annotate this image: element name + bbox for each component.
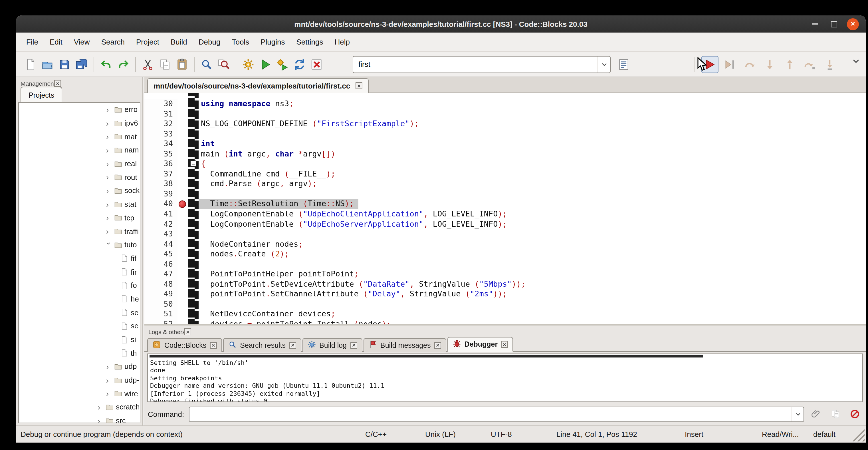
line-number[interactable]: 42 (144, 219, 178, 229)
line-number[interactable]: 30 (144, 99, 178, 109)
fold-margin[interactable] (188, 129, 198, 139)
tree-folder-mat[interactable]: ›mat (19, 130, 140, 143)
line-number[interactable]: 31 (144, 109, 178, 119)
breakpoint-margin[interactable] (178, 149, 188, 159)
line-number[interactable]: 33 (144, 129, 178, 139)
step-into-instruction-button[interactable] (821, 56, 838, 73)
next-line-button[interactable] (741, 56, 758, 73)
menu-item-project[interactable]: Project (130, 35, 165, 49)
menu-item-help[interactable]: Help (329, 35, 355, 49)
line-number[interactable]: 36 (144, 159, 178, 169)
breakpoint-margin[interactable] (178, 279, 188, 289)
build-button[interactable] (240, 56, 257, 73)
build-target-combo[interactable] (353, 56, 611, 73)
line-number[interactable]: 48 (144, 279, 178, 289)
tree-file-fif[interactable]: fif (19, 251, 140, 265)
new-file-button[interactable] (22, 56, 39, 73)
line-number[interactable]: 38 (144, 179, 178, 189)
fold-margin[interactable] (188, 279, 198, 289)
run-to-cursor-button[interactable] (721, 56, 739, 73)
build-and-run-button[interactable] (274, 56, 291, 73)
line-number[interactable]: 44 (144, 239, 178, 249)
close-icon[interactable] (184, 328, 191, 335)
line-number[interactable]: 35 (144, 149, 178, 159)
breakpoint-margin[interactable] (178, 269, 188, 279)
build-target-input[interactable] (353, 60, 597, 68)
breakpoint-margin[interactable] (178, 309, 188, 319)
breakpoint-margin[interactable] (178, 319, 188, 324)
copy-button[interactable] (156, 56, 174, 73)
breakpoint-margin[interactable] (178, 99, 188, 109)
chevron-down-icon[interactable] (597, 56, 610, 72)
resource-list-button[interactable] (615, 56, 632, 73)
fold-collapse-icon[interactable] (190, 161, 196, 167)
breakpoint-margin[interactable] (178, 109, 188, 119)
breakpoint-margin[interactable] (178, 289, 188, 299)
log-tab-debugger[interactable]: Debugger (447, 337, 513, 352)
line-number[interactable]: 46 (144, 259, 178, 269)
tree-folder-tcp[interactable]: ›tcp (19, 211, 140, 224)
stop-debugger-icon[interactable] (847, 407, 862, 421)
management-panel-caption[interactable]: Management (16, 77, 142, 87)
tree-folder-stat[interactable]: ›stat (19, 198, 140, 211)
fold-margin[interactable] (188, 189, 198, 199)
project-tree[interactable]: ›erro›ipv6›mat›nam›real›rout›sock›stat›t… (18, 102, 141, 423)
line-number[interactable]: 34 (144, 139, 178, 149)
tree-folder-udp-[interactable]: ›udp- (19, 373, 140, 387)
chevron-down-icon[interactable] (792, 407, 804, 421)
menu-item-debug[interactable]: Debug (193, 35, 226, 49)
maximize-button[interactable] (828, 18, 839, 30)
breakpoint-margin[interactable] (178, 239, 188, 249)
next-instruction-button[interactable] (801, 56, 818, 73)
abort-build-button[interactable] (308, 56, 325, 73)
menu-item-file[interactable]: File (21, 35, 44, 49)
chevron-right-icon[interactable]: › (106, 391, 112, 397)
menu-item-search[interactable]: Search (96, 35, 130, 49)
line-number[interactable]: 39 (144, 189, 178, 199)
tree-file-si[interactable]: si (19, 333, 140, 346)
line-number[interactable]: 43 (144, 229, 178, 239)
fold-margin[interactable] (188, 169, 198, 179)
fold-margin[interactable] (188, 259, 198, 269)
code-area[interactable]: 30using namespace ns3;3132NS_LOG_COMPONE… (144, 93, 866, 324)
debugger-log-output[interactable]: Setting SHELL to '/bin/sh'doneSetting br… (147, 354, 863, 402)
toolbar-overflow-chevron-icon[interactable] (851, 56, 861, 68)
chevron-right-icon[interactable]: › (106, 229, 112, 234)
tree-folder-rout[interactable]: ›rout (19, 171, 140, 184)
fold-margin[interactable] (188, 249, 198, 259)
fold-margin[interactable] (188, 269, 198, 279)
log-tab-build-messages[interactable]: Build messages (363, 338, 446, 352)
tree-folder-ipv6[interactable]: ›ipv6 (19, 116, 140, 130)
fold-margin[interactable] (188, 299, 198, 309)
minimize-button[interactable] (809, 18, 820, 30)
rebuild-button[interactable] (291, 56, 308, 73)
fold-margin[interactable] (188, 319, 198, 324)
menu-item-tools[interactable]: Tools (226, 35, 255, 49)
tree-file-th[interactable]: th (19, 347, 140, 360)
line-number[interactable]: 32 (144, 119, 178, 129)
menu-item-plugins[interactable]: Plugins (255, 35, 290, 49)
chevron-right-icon[interactable]: › (106, 215, 112, 221)
breakpoint-margin[interactable] (178, 299, 188, 309)
chevron-right-icon[interactable]: › (98, 418, 103, 423)
chevron-right-icon[interactable]: › (106, 161, 112, 167)
step-out-button[interactable] (781, 56, 798, 73)
find-in-files-button[interactable] (215, 56, 232, 73)
tree-file-se[interactable]: se (19, 306, 140, 319)
breakpoint-margin[interactable] (178, 189, 188, 199)
fold-margin[interactable] (188, 179, 198, 189)
chevron-down-icon[interactable]: › (106, 242, 112, 247)
breakpoint-margin[interactable] (178, 119, 188, 129)
fold-margin[interactable] (188, 99, 198, 109)
tree-file-se[interactable]: se (19, 319, 140, 333)
close-icon[interactable] (350, 342, 357, 349)
close-icon[interactable] (501, 341, 508, 348)
tree-file-fo[interactable]: fo (19, 279, 140, 292)
menu-item-edit[interactable]: Edit (44, 35, 68, 49)
chevron-right-icon[interactable]: › (98, 404, 103, 410)
tree-folder-real[interactable]: ›real (19, 157, 140, 171)
editor-tab-first-cc[interactable]: mnt/dev/tools/source/ns-3-dev/examples/t… (147, 78, 368, 93)
tree-folder-sock[interactable]: ›sock (19, 184, 140, 197)
paperclip-icon[interactable] (809, 407, 824, 421)
log-tab-search-results[interactable]: Search results (223, 338, 301, 352)
